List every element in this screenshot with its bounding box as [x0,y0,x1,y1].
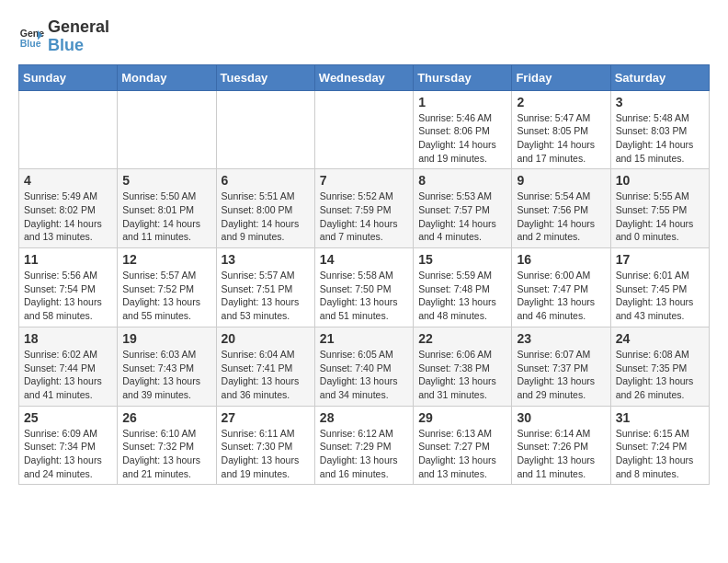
day-of-week-header: Saturday [610,64,709,90]
page-header: General Blue General Blue [18,18,710,55]
day-info: Sunrise: 5:55 AM Sunset: 7:55 PM Dayligh… [616,190,704,244]
day-info: Sunrise: 5:57 AM Sunset: 7:52 PM Dayligh… [122,269,210,323]
day-info: Sunrise: 5:51 AM Sunset: 8:00 PM Dayligh… [222,190,310,244]
calendar-day-cell: 31Sunrise: 6:15 AM Sunset: 7:24 PM Dayli… [610,406,709,485]
day-of-week-header: Monday [118,64,216,90]
calendar-day-cell: 17Sunrise: 6:01 AM Sunset: 7:45 PM Dayli… [610,248,709,327]
calendar-table: SundayMondayTuesdayWednesdayThursdayFrid… [18,64,710,486]
calendar-day-cell: 25Sunrise: 6:09 AM Sunset: 7:34 PM Dayli… [19,406,118,485]
day-info: Sunrise: 6:09 AM Sunset: 7:34 PM Dayligh… [24,427,112,481]
calendar-day-cell [118,90,216,169]
calendar-day-cell: 1Sunrise: 5:46 AM Sunset: 8:06 PM Daylig… [414,90,512,169]
day-info: Sunrise: 5:47 AM Sunset: 8:05 PM Dayligh… [517,111,605,166]
day-number: 18 [24,331,112,346]
calendar-week-row: 25Sunrise: 6:09 AM Sunset: 7:34 PM Dayli… [19,406,710,485]
day-info: Sunrise: 6:01 AM Sunset: 7:45 PM Dayligh… [616,269,704,323]
day-number: 12 [122,252,210,267]
day-info: Sunrise: 5:56 AM Sunset: 7:54 PM Dayligh… [24,269,112,323]
day-number: 11 [24,252,112,267]
day-info: Sunrise: 6:02 AM Sunset: 7:44 PM Dayligh… [24,348,112,402]
calendar-day-cell: 26Sunrise: 6:10 AM Sunset: 7:32 PM Dayli… [118,406,216,485]
day-info: Sunrise: 6:07 AM Sunset: 7:37 PM Dayligh… [517,348,605,402]
day-info: Sunrise: 5:49 AM Sunset: 8:02 PM Dayligh… [24,190,112,244]
day-info: Sunrise: 5:59 AM Sunset: 7:48 PM Dayligh… [418,269,506,323]
calendar-day-cell: 19Sunrise: 6:03 AM Sunset: 7:43 PM Dayli… [118,327,216,406]
day-info: Sunrise: 6:04 AM Sunset: 7:41 PM Dayligh… [222,348,310,402]
day-number: 24 [616,331,704,346]
day-number: 1 [418,95,506,109]
day-number: 20 [222,331,310,346]
calendar-day-cell: 4Sunrise: 5:49 AM Sunset: 8:02 PM Daylig… [19,169,118,248]
day-number: 17 [616,252,704,267]
day-info: Sunrise: 5:57 AM Sunset: 7:51 PM Dayligh… [222,269,310,323]
calendar-day-cell: 9Sunrise: 5:54 AM Sunset: 7:56 PM Daylig… [512,169,610,248]
day-info: Sunrise: 6:13 AM Sunset: 7:27 PM Dayligh… [418,427,506,481]
day-number: 9 [517,173,605,188]
calendar-day-cell: 7Sunrise: 5:52 AM Sunset: 7:59 PM Daylig… [314,169,413,248]
calendar-day-cell: 18Sunrise: 6:02 AM Sunset: 7:44 PM Dayli… [19,327,118,406]
day-info: Sunrise: 5:48 AM Sunset: 8:03 PM Dayligh… [616,111,704,166]
calendar-day-cell [216,90,314,169]
day-of-week-header: Friday [512,64,610,90]
day-number: 21 [320,331,408,346]
calendar-day-cell: 16Sunrise: 6:00 AM Sunset: 7:47 PM Dayli… [512,248,610,327]
calendar-week-row: 4Sunrise: 5:49 AM Sunset: 8:02 PM Daylig… [19,169,710,248]
day-info: Sunrise: 6:05 AM Sunset: 7:40 PM Dayligh… [320,348,408,402]
day-number: 14 [320,252,408,267]
day-number: 26 [122,410,210,425]
calendar-day-cell: 8Sunrise: 5:53 AM Sunset: 7:57 PM Daylig… [414,169,512,248]
day-number: 15 [418,252,506,267]
calendar-day-cell: 13Sunrise: 5:57 AM Sunset: 7:51 PM Dayli… [216,248,314,327]
logo-icon: General Blue [18,24,44,50]
calendar-day-cell: 24Sunrise: 6:08 AM Sunset: 7:35 PM Dayli… [610,327,709,406]
day-info: Sunrise: 6:11 AM Sunset: 7:30 PM Dayligh… [222,427,310,481]
day-info: Sunrise: 6:03 AM Sunset: 7:43 PM Dayligh… [122,348,210,402]
calendar-day-cell: 11Sunrise: 5:56 AM Sunset: 7:54 PM Dayli… [19,248,118,327]
calendar-day-cell: 20Sunrise: 6:04 AM Sunset: 7:41 PM Dayli… [216,327,314,406]
day-info: Sunrise: 5:54 AM Sunset: 7:56 PM Dayligh… [517,190,605,244]
day-info: Sunrise: 6:14 AM Sunset: 7:26 PM Dayligh… [517,427,605,481]
day-info: Sunrise: 6:06 AM Sunset: 7:38 PM Dayligh… [418,348,506,402]
day-number: 8 [418,173,506,188]
calendar-day-cell: 14Sunrise: 5:58 AM Sunset: 7:50 PM Dayli… [314,248,413,327]
day-number: 7 [320,173,408,188]
day-number: 23 [517,331,605,346]
day-of-week-header: Wednesday [314,64,413,90]
day-info: Sunrise: 5:46 AM Sunset: 8:06 PM Dayligh… [418,111,506,166]
day-number: 10 [616,173,704,188]
day-number: 2 [517,95,605,109]
calendar-header-row: SundayMondayTuesdayWednesdayThursdayFrid… [19,64,710,90]
day-number: 3 [616,95,704,109]
day-number: 29 [418,410,506,425]
calendar-day-cell: 10Sunrise: 5:55 AM Sunset: 7:55 PM Dayli… [610,169,709,248]
day-number: 27 [222,410,310,425]
day-info: Sunrise: 5:58 AM Sunset: 7:50 PM Dayligh… [320,269,408,323]
logo: General Blue General Blue [18,18,109,55]
calendar-day-cell: 2Sunrise: 5:47 AM Sunset: 8:05 PM Daylig… [512,90,610,169]
day-number: 5 [122,173,210,188]
calendar-day-cell: 5Sunrise: 5:50 AM Sunset: 8:01 PM Daylig… [118,169,216,248]
calendar-day-cell [19,90,118,169]
day-number: 16 [517,252,605,267]
day-number: 6 [222,173,310,188]
day-number: 31 [616,410,704,425]
logo-text: General Blue [48,18,109,55]
calendar-day-cell: 23Sunrise: 6:07 AM Sunset: 7:37 PM Dayli… [512,327,610,406]
day-number: 22 [418,331,506,346]
calendar-day-cell [314,90,413,169]
day-info: Sunrise: 6:10 AM Sunset: 7:32 PM Dayligh… [122,427,210,481]
day-info: Sunrise: 6:12 AM Sunset: 7:29 PM Dayligh… [320,427,408,481]
calendar-day-cell: 21Sunrise: 6:05 AM Sunset: 7:40 PM Dayli… [314,327,413,406]
calendar-week-row: 18Sunrise: 6:02 AM Sunset: 7:44 PM Dayli… [19,327,710,406]
calendar-day-cell: 15Sunrise: 5:59 AM Sunset: 7:48 PM Dayli… [414,248,512,327]
day-number: 4 [24,173,112,188]
day-number: 28 [320,410,408,425]
calendar-day-cell: 28Sunrise: 6:12 AM Sunset: 7:29 PM Dayli… [314,406,413,485]
day-of-week-header: Thursday [414,64,512,90]
calendar-day-cell: 12Sunrise: 5:57 AM Sunset: 7:52 PM Dayli… [118,248,216,327]
calendar-week-row: 11Sunrise: 5:56 AM Sunset: 7:54 PM Dayli… [19,248,710,327]
day-info: Sunrise: 6:08 AM Sunset: 7:35 PM Dayligh… [616,348,704,402]
day-of-week-header: Tuesday [216,64,314,90]
day-number: 30 [517,410,605,425]
day-info: Sunrise: 6:00 AM Sunset: 7:47 PM Dayligh… [517,269,605,323]
